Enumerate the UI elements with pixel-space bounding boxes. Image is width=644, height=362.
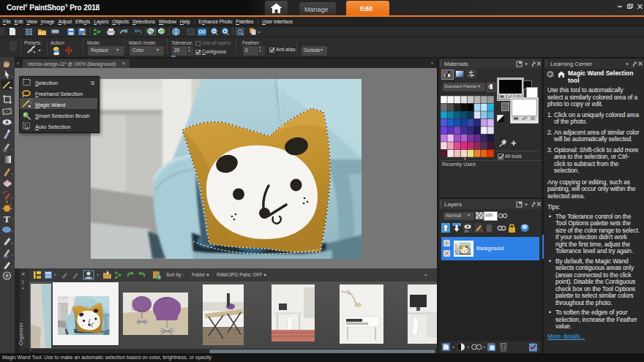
svg-text:T: T (4, 214, 10, 225)
svg-text:fx: fx (465, 229, 468, 233)
